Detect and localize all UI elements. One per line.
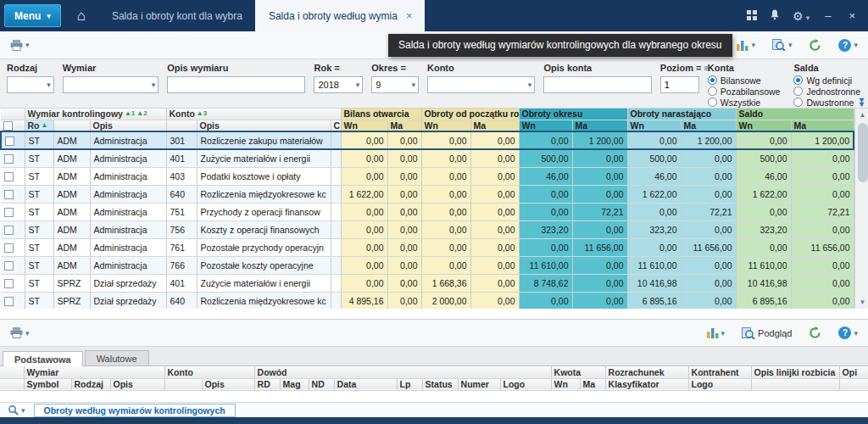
- cell[interactable]: 401: [166, 274, 197, 292]
- column-group-header[interactable]: Konto▲3: [166, 109, 341, 120]
- column-header[interactable]: Opis: [202, 378, 254, 390]
- cell[interactable]: Administracja: [90, 220, 166, 238]
- column-header[interactable]: Status: [422, 378, 458, 390]
- scrollbar-thumb[interactable]: [858, 123, 868, 182]
- row-select-cell[interactable]: [1, 185, 25, 203]
- refresh-button[interactable]: [806, 37, 824, 53]
- rodzaj-select[interactable]: ▾: [7, 76, 54, 93]
- table-row[interactable]: STSPRZDział sprzedaży401Zużycie materiał…: [1, 274, 854, 292]
- column-group-header[interactable]: Obroty narastająco: [627, 109, 736, 120]
- column-header[interactable]: Wn: [736, 120, 791, 131]
- column-header[interactable]: [53, 120, 90, 131]
- cell[interactable]: 46,00: [736, 167, 791, 185]
- radio-pozabilansowe[interactable]: Pozabilansowe: [708, 86, 786, 97]
- row-select-cell[interactable]: [1, 238, 25, 256]
- cell[interactable]: Podatki kosztowe i opłaty: [197, 167, 331, 185]
- cell[interactable]: 0,00: [421, 203, 470, 220]
- cell[interactable]: ST: [25, 292, 53, 309]
- cell[interactable]: 0,00: [341, 203, 387, 220]
- row-checkbox[interactable]: [4, 226, 14, 235]
- select-all-header[interactable]: [1, 120, 25, 131]
- cell[interactable]: 0,00: [681, 292, 736, 309]
- cell[interactable]: 0,00: [421, 220, 470, 238]
- cell[interactable]: 0,00: [387, 238, 421, 256]
- cell[interactable]: 10 416,98: [736, 274, 791, 292]
- cell[interactable]: 0,00: [791, 274, 854, 292]
- cell[interactable]: ST: [25, 238, 53, 256]
- poziom-input[interactable]: [660, 76, 699, 93]
- cell[interactable]: ADM: [53, 185, 90, 203]
- table-row[interactable]: STADMAdministracja751Przychody z operacj…: [1, 203, 854, 220]
- cell[interactable]: 0,00: [681, 220, 736, 238]
- cell[interactable]: Koszty z operacji finansowych: [197, 220, 331, 238]
- tab-close-button[interactable]: ×: [406, 10, 413, 21]
- okres-select[interactable]: 9 ▾: [371, 76, 419, 93]
- cell[interactable]: 72,21: [572, 203, 627, 220]
- cell[interactable]: 0,00: [519, 131, 572, 149]
- cell[interactable]: 0,00: [387, 185, 421, 203]
- cell[interactable]: 0,00: [736, 238, 791, 256]
- cell[interactable]: ADM: [53, 131, 90, 149]
- column-header[interactable]: Ma: [791, 120, 854, 131]
- cell[interactable]: 1 622,00: [341, 185, 387, 203]
- cell[interactable]: [331, 167, 341, 185]
- row-checkbox[interactable]: [4, 154, 14, 164]
- expand-filters-button[interactable]: ▾▾: [860, 98, 864, 106]
- table-row[interactable]: STSPRZDział sprzedaży640Rozliczenia międ…: [1, 292, 854, 309]
- cell[interactable]: 323,20: [736, 220, 791, 238]
- cell[interactable]: 0,00: [791, 256, 854, 274]
- column-group-header[interactable]: [1, 109, 25, 120]
- cell[interactable]: 0,00: [736, 131, 791, 149]
- column-header[interactable]: Mag: [280, 378, 309, 390]
- cell[interactable]: 640: [166, 292, 197, 309]
- cell[interactable]: 0,00: [470, 292, 519, 309]
- column-header[interactable]: Wn: [551, 378, 580, 390]
- cell[interactable]: 0,00: [572, 256, 627, 274]
- cell[interactable]: 323,20: [627, 220, 681, 238]
- wymiar-select[interactable]: ▾: [63, 76, 159, 93]
- settings-button[interactable]: ⚙ ▾: [793, 9, 810, 23]
- table-row[interactable]: STADMAdministracja766Pozostałe koszty op…: [1, 256, 854, 274]
- cell[interactable]: 0,00: [470, 185, 519, 203]
- rok-select[interactable]: 2018 ▾: [314, 76, 363, 93]
- table-row[interactable]: STADMAdministracja640Rozliczenia międzyo…: [1, 185, 854, 203]
- cell[interactable]: 0,00: [519, 203, 572, 220]
- column-header[interactable]: Ma: [387, 120, 421, 131]
- cell[interactable]: [331, 185, 341, 203]
- cell[interactable]: 0,00: [387, 167, 421, 185]
- cell[interactable]: ST: [25, 131, 53, 149]
- cell[interactable]: SPRZ: [53, 274, 90, 292]
- row-select-cell[interactable]: [1, 274, 25, 292]
- cell[interactable]: ST: [25, 274, 53, 292]
- cell[interactable]: 0,00: [627, 238, 681, 256]
- radio-jednostronne[interactable]: Jednostronne: [793, 86, 861, 97]
- cell[interactable]: ADM: [53, 220, 90, 238]
- cell[interactable]: 0,00: [681, 167, 736, 185]
- cell[interactable]: 11 656,00: [572, 238, 627, 256]
- cell[interactable]: 0,00: [681, 185, 736, 203]
- cell[interactable]: 0,00: [387, 149, 421, 167]
- cell[interactable]: 0,00: [572, 220, 627, 238]
- row-checkbox[interactable]: [4, 208, 14, 217]
- column-group-header[interactable]: Obroty od początku rok: [421, 109, 519, 120]
- column-header[interactable]: Ma: [580, 378, 605, 390]
- preview-button[interactable]: Podgląd: [739, 326, 794, 341]
- row-checkbox[interactable]: [4, 279, 14, 288]
- cell[interactable]: 0,00: [387, 131, 421, 149]
- row-select-cell[interactable]: [1, 292, 25, 309]
- cell[interactable]: 0,00: [470, 131, 519, 149]
- home-button[interactable]: ⌂: [64, 0, 98, 31]
- table-row[interactable]: STADMAdministracja301Rozliczenie zakupu …: [1, 131, 854, 149]
- cell[interactable]: Administracja: [90, 149, 166, 167]
- cell[interactable]: 761: [166, 238, 197, 256]
- cell[interactable]: ST: [25, 167, 53, 185]
- column-group-header[interactable]: Opi: [839, 366, 868, 378]
- row-select-cell[interactable]: [1, 203, 25, 220]
- column-header[interactable]: [751, 378, 839, 390]
- column-group-header[interactable]: Rozrachunek: [605, 366, 688, 378]
- cell[interactable]: 0,00: [791, 149, 854, 167]
- refresh-button-bottom[interactable]: [806, 325, 824, 341]
- table-row[interactable]: STADMAdministracja403Podatki kosztowe i …: [1, 167, 854, 185]
- cell[interactable]: Zużycie materiałów i energii: [197, 149, 331, 167]
- column-group-header[interactable]: Dowód: [254, 366, 551, 378]
